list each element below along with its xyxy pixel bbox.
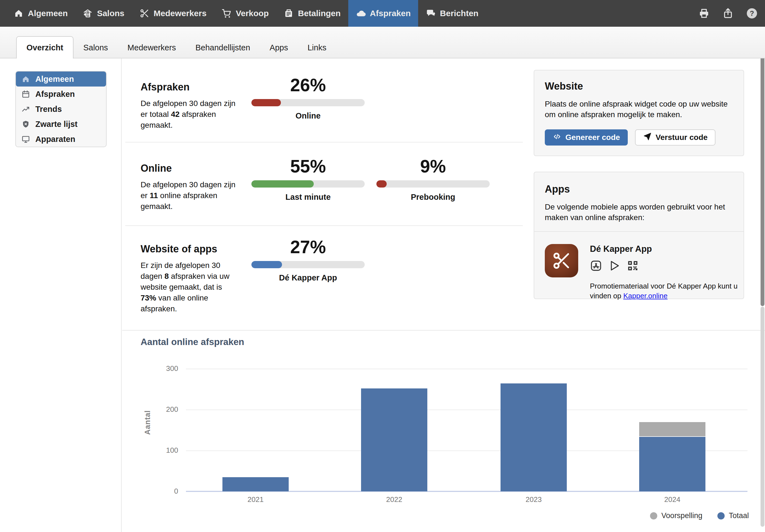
section-divider <box>125 225 523 226</box>
apps-card-title: Apps <box>545 183 733 195</box>
tabs: OverzichtSalonsMedewerkersBehandellijste… <box>16 36 336 59</box>
tab-apps[interactable]: Apps <box>260 37 298 59</box>
share-button[interactable] <box>722 8 734 19</box>
nav-item-betalingen[interactable]: Betalingen <box>276 0 348 27</box>
nav-item-afspraken[interactable]: Afspraken <box>348 0 418 27</box>
website-card-title: Website <box>545 81 733 92</box>
cart-icon <box>222 8 232 18</box>
tab-links[interactable]: Links <box>298 37 336 59</box>
metric-label: Last minute <box>251 192 365 202</box>
app-name: Dé Kapper App <box>590 244 733 254</box>
metric-prebooking: 9%Prebooking <box>377 156 490 202</box>
de-kapper-app-icon <box>545 244 578 277</box>
svg-text:?: ? <box>750 9 754 17</box>
bar-totaal-2021[interactable] <box>223 477 289 491</box>
qr-icon[interactable] <box>627 260 639 272</box>
app-info: Dé Kapper App Promotiemateriaal voor Dé … <box>590 244 733 301</box>
bar-totaal-2023[interactable] <box>500 384 567 491</box>
metric-label: Prebooking <box>377 192 490 202</box>
nav-item-medewerkers[interactable]: Medewerkers <box>132 0 214 27</box>
print-button[interactable] <box>698 8 710 19</box>
x-label-2021: 2021 <box>233 495 278 504</box>
legend-item-voorspelling[interactable]: Voorspelling <box>650 511 702 520</box>
store-icons <box>590 260 733 272</box>
x-label-2023: 2023 <box>511 495 556 504</box>
stat-section-online: Online De afgelopen 30 dagen zijn er 11 … <box>0 156 529 225</box>
section-divider <box>125 142 523 142</box>
chart-section-divider <box>122 330 765 331</box>
nav-item-berichten[interactable]: Berichten <box>418 0 486 27</box>
app-row: Dé Kapper App Promotiemateriaal voor Dé … <box>534 232 744 313</box>
metric-label: Dé Kapper App <box>251 273 365 282</box>
x-label-2022: 2022 <box>372 495 416 504</box>
content-area: AlgemeenAfsprakenTrendsZwarte lijstAppar… <box>0 58 765 532</box>
play-icon[interactable] <box>608 260 620 272</box>
metric-value: 55% <box>251 156 365 180</box>
apps-card: Apps De volgende mobiele apps worden geb… <box>534 172 744 299</box>
top-nav: AlgemeenSalonsMedewerkersVerkoopBetaling… <box>0 0 765 27</box>
metric-value: 26% <box>251 75 365 99</box>
stat-section-website-of-apps: Website of apps Er zijn de afgelopen 30 … <box>0 236 529 330</box>
verstuur-code-button[interactable]: Verstuur code <box>635 130 715 145</box>
website-card-description: Plaats de online afspraak widget code op… <box>545 99 733 120</box>
appstore-icon[interactable] <box>590 260 602 272</box>
progress-fill <box>377 180 387 187</box>
chart-plot-area <box>186 358 747 491</box>
bar-totaal-2024[interactable] <box>639 437 705 491</box>
tab-behandellijsten[interactable]: Behandellijsten <box>186 37 260 59</box>
stat-description: Er zijn de afgelopen 30 dagen 8 afsprake… <box>141 260 240 314</box>
y-tick-100: 100 <box>142 446 178 455</box>
gridline-200 <box>186 409 747 410</box>
y-tick-0: 0 <box>142 487 178 496</box>
progress-fill <box>251 261 282 268</box>
apps-card-description: De volgende mobiele apps worden gebruikt… <box>545 202 733 223</box>
vertical-scrollbar-thumb[interactable] <box>761 45 764 306</box>
tab-bar: OverzichtSalonsMedewerkersBehandellijste… <box>0 27 765 59</box>
y-tick-200: 200 <box>142 405 178 414</box>
website-card: Website Plaats de online afspraak widget… <box>534 70 744 156</box>
top-nav-actions: ? <box>698 0 758 27</box>
stat-description: De afgelopen 30 dagen zijn er totaal 42 … <box>141 98 240 131</box>
apps-card-header: Apps De volgende mobiele apps worden geb… <box>534 172 744 231</box>
metric-value: 27% <box>251 236 365 261</box>
vertical-scrollbar-track[interactable] <box>761 307 764 527</box>
home-icon <box>14 8 24 18</box>
genereer-code-button[interactable]: Genereer code <box>545 130 628 145</box>
legend-item-totaal[interactable]: Totaal <box>717 511 749 520</box>
cloud-icon <box>356 8 366 18</box>
metric-d-kapper-app: 27%Dé Kapper App <box>251 236 365 282</box>
bar-voorspelling-2024[interactable] <box>639 422 705 436</box>
app-promo-text: Promotiemateriaal voor Dé Kapper App kun… <box>590 281 746 301</box>
progress-bar <box>251 99 365 106</box>
register-icon <box>284 8 294 18</box>
nav-item-salons[interactable]: Salons <box>75 0 132 27</box>
progress-bar <box>377 180 490 187</box>
nav-item-verkoop[interactable]: Verkoop <box>214 0 276 27</box>
help-button[interactable]: ? <box>746 8 758 19</box>
progress-fill <box>251 99 281 106</box>
metric-online: 26%Online <box>251 75 365 121</box>
tab-salons[interactable]: Salons <box>74 37 118 59</box>
x-label-2024: 2024 <box>650 495 695 504</box>
help-icon: ? <box>746 8 758 19</box>
metric-last-minute: 55%Last minute <box>251 156 365 202</box>
website-card-buttons: Genereer code Verstuur code <box>545 130 715 145</box>
code-icon <box>553 132 561 143</box>
metric-value: 9% <box>377 156 490 180</box>
top-nav-items: AlgemeenSalonsMedewerkersVerkoopBetaling… <box>6 0 486 27</box>
legend-dot <box>717 512 725 519</box>
y-tick-300: 300 <box>142 364 178 373</box>
progress-fill <box>251 180 314 187</box>
stat-description: De afgelopen 30 dagen zijn er 11 online … <box>141 179 240 212</box>
chart-legend: VoorspellingTotaal <box>650 511 749 520</box>
kapper-online-link[interactable]: Kapper.online <box>623 292 668 300</box>
send-icon <box>643 132 652 143</box>
metric-label: Online <box>251 111 365 121</box>
stat-title: Online <box>141 162 172 174</box>
bar-totaal-2022[interactable] <box>361 389 427 491</box>
tab-overzicht[interactable]: Overzicht <box>16 36 74 59</box>
gridline-300 <box>186 369 747 369</box>
nav-item-algemeen[interactable]: Algemeen <box>6 0 75 27</box>
progress-bar <box>251 261 365 268</box>
tab-medewerkers[interactable]: Medewerkers <box>118 37 186 59</box>
